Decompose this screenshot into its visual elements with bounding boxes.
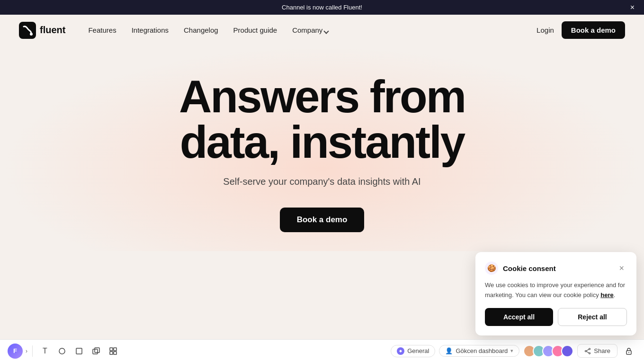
cookie-consent-panel: 🍪 Cookie consent × We use cookies to imp… [475,252,636,335]
accept-all-button[interactable]: Accept all [485,308,553,326]
toolbar-right: General 👤 Gökcen dashboard ▾ [391,344,636,359]
nav-demo-button[interactable]: Book a demo [562,21,625,39]
bottom-toolbar: F › T General 👤 Gökcen dashboard [0,339,644,362]
svg-point-1 [30,33,33,36]
svg-rect-4 [93,349,98,354]
svg-rect-3 [76,348,82,354]
svg-line-14 [587,351,589,353]
general-tag-icon [397,347,404,355]
announcement-text: Channel is now called Fluent! [282,4,362,11]
toolbar-circle-icon[interactable] [54,344,70,359]
toolbar-copy-icon[interactable] [89,344,104,359]
hero-cta: Book a demo [19,208,625,232]
svg-rect-9 [114,352,116,354]
svg-rect-8 [110,352,113,354]
hero-section: Answers from data, instantly Self-serve … [0,45,644,251]
logo-link[interactable]: fluent [19,22,65,39]
lock-button[interactable] [621,344,636,359]
announcement-bar: Channel is now called Fluent! × [0,0,644,15]
reject-all-button[interactable]: Reject all [558,308,627,326]
avatar-bubble-5 [561,345,573,357]
nav-product-guide[interactable]: Product guide [233,26,277,34]
toolbar-text-icon[interactable]: T [37,344,53,359]
svg-rect-0 [19,22,36,39]
chevron-down-icon [324,28,330,32]
avatar-bubbles [523,345,573,357]
announcement-close[interactable]: × [628,2,636,13]
hero-title: Answers from data, instantly [62,74,582,165]
svg-line-13 [587,349,589,351]
hero-demo-button[interactable]: Book a demo [280,208,365,232]
logo-text: fluent [40,25,65,36]
cookie-icon: 🍪 [485,262,498,275]
toolbar-expand-icon[interactable]: › [26,348,27,354]
main-nav: fluent Features Integrations Changelog P… [0,15,644,45]
cookie-close-button[interactable]: × [616,263,627,273]
nav-actions: Login Book a demo [537,21,625,39]
user-icon: 👤 [445,347,453,354]
svg-rect-7 [114,348,116,351]
toolbar-square-icon[interactable] [72,344,87,359]
cookie-header: 🍪 Cookie consent × [485,262,627,275]
hero-subtitle: Self-serve your company's data insights … [204,174,440,189]
page-wrapper: Channel is now called Fluent! × fluent F… [0,0,644,362]
login-button[interactable]: Login [537,26,554,34]
svg-rect-5 [95,348,99,353]
logo-icon [19,22,36,39]
svg-point-10 [589,348,590,350]
toolbar-separator-1 [32,345,33,357]
toolbar-grid-icon[interactable] [106,344,121,359]
share-button[interactable]: Share [577,344,617,358]
cookie-actions: Accept all Reject all [485,308,627,326]
cookie-title: Cookie consent [503,264,556,272]
svg-point-12 [585,350,587,352]
toolbar-user[interactable]: 👤 Gökcen dashboard ▾ [439,345,519,357]
lock-icon [625,347,633,355]
nav-integrations[interactable]: Integrations [132,26,169,34]
cookie-body: We use cookies to improve your experienc… [485,281,627,300]
nav-links: Features Integrations Changelog Product … [88,26,537,34]
toolbar-general-tag[interactable]: General [391,345,435,357]
nav-changelog[interactable]: Changelog [184,26,218,34]
share-icon [584,348,591,354]
cookie-title-row: 🍪 Cookie consent [485,262,556,275]
svg-rect-6 [110,348,113,351]
svg-point-16 [628,352,629,353]
user-chevron-icon: ▾ [510,348,513,354]
toolbar-avatar: F [8,344,23,359]
svg-point-2 [59,348,65,354]
nav-company[interactable]: Company [292,26,330,34]
svg-point-11 [589,353,590,354]
nav-features[interactable]: Features [88,26,116,34]
cookie-policy-link[interactable]: here [600,291,613,299]
